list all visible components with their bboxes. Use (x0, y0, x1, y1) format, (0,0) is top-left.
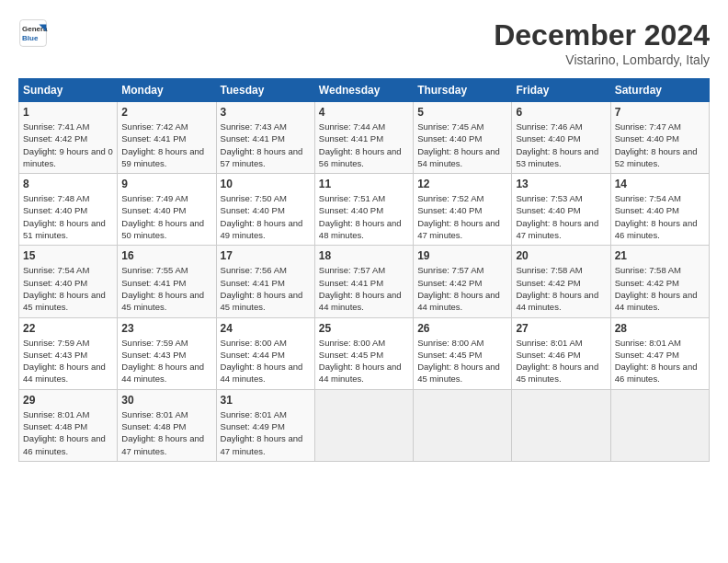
calendar-cell: 12Sunrise: 7:52 AMSunset: 4:40 PMDayligh… (414, 174, 512, 246)
calendar-cell: 7Sunrise: 7:47 AMSunset: 4:40 PMDaylight… (610, 102, 709, 174)
cell-content: Sunrise: 7:46 AMSunset: 4:40 PMDaylight:… (516, 121, 606, 169)
cell-content: Sunrise: 7:59 AMSunset: 4:43 PMDaylight:… (121, 337, 211, 385)
calendar-week-4: 22Sunrise: 7:59 AMSunset: 4:43 PMDayligh… (19, 317, 710, 389)
calendar-cell: 31Sunrise: 8:01 AMSunset: 4:49 PMDayligh… (216, 389, 314, 461)
month-title: December 2024 (494, 18, 710, 52)
calendar-header-row: SundayMondayTuesdayWednesdayThursdayFrid… (19, 79, 710, 102)
calendar-week-2: 8Sunrise: 7:48 AMSunset: 4:40 PMDaylight… (19, 174, 710, 246)
cell-content: Sunrise: 7:58 AMSunset: 4:42 PMDaylight:… (516, 264, 606, 313)
day-number: 19 (417, 249, 507, 262)
calendar-cell: 15Sunrise: 7:54 AMSunset: 4:40 PMDayligh… (19, 246, 118, 317)
calendar-cell: 26Sunrise: 8:00 AMSunset: 4:45 PMDayligh… (414, 317, 512, 389)
cell-content: Sunrise: 7:57 AMSunset: 4:41 PMDaylight:… (319, 264, 409, 313)
calendar-cell: 1Sunrise: 7:41 AMSunset: 4:42 PMDaylight… (19, 102, 118, 174)
day-number: 21 (615, 249, 705, 262)
cell-content: Sunrise: 7:41 AMSunset: 4:42 PMDaylight:… (23, 121, 113, 169)
day-number: 9 (121, 178, 211, 190)
location: Vistarino, Lombardy, Italy (494, 52, 710, 67)
day-number: 27 (516, 322, 606, 335)
calendar-cell: 11Sunrise: 7:51 AMSunset: 4:40 PMDayligh… (314, 174, 413, 246)
cell-content: Sunrise: 7:50 AMSunset: 4:40 PMDaylight:… (221, 192, 311, 241)
cell-content: Sunrise: 7:44 AMSunset: 4:41 PMDaylight:… (319, 121, 409, 169)
day-number: 14 (615, 178, 705, 190)
day-number: 6 (516, 106, 606, 119)
calendar-cell: 8Sunrise: 7:48 AMSunset: 4:40 PMDaylight… (19, 174, 118, 246)
cell-content: Sunrise: 7:49 AMSunset: 4:40 PMDaylight:… (121, 192, 211, 241)
day-number: 24 (221, 322, 311, 335)
cell-content: Sunrise: 7:52 AMSunset: 4:40 PMDaylight:… (417, 192, 507, 241)
calendar-cell: 30Sunrise: 8:01 AMSunset: 4:48 PMDayligh… (118, 389, 216, 461)
cell-content: Sunrise: 8:01 AMSunset: 4:48 PMDaylight:… (121, 408, 211, 457)
calendar-cell: 6Sunrise: 7:46 AMSunset: 4:40 PMDaylight… (512, 102, 610, 174)
header-day-sunday: Sunday (19, 79, 118, 102)
calendar-cell: 9Sunrise: 7:49 AMSunset: 4:40 PMDaylight… (118, 174, 216, 246)
day-number: 3 (221, 106, 311, 119)
day-number: 4 (319, 106, 409, 119)
day-number: 13 (516, 178, 606, 190)
calendar-cell: 27Sunrise: 8:01 AMSunset: 4:46 PMDayligh… (512, 317, 610, 389)
calendar-cell (414, 389, 512, 461)
calendar-cell (314, 389, 413, 461)
calendar-cell: 20Sunrise: 7:58 AMSunset: 4:42 PMDayligh… (512, 246, 610, 317)
calendar-cell: 13Sunrise: 7:53 AMSunset: 4:40 PMDayligh… (512, 174, 610, 246)
header-day-saturday: Saturday (610, 79, 709, 102)
day-number: 28 (615, 322, 705, 335)
header-day-tuesday: Tuesday (216, 79, 314, 102)
calendar-cell: 28Sunrise: 8:01 AMSunset: 4:47 PMDayligh… (610, 317, 709, 389)
cell-content: Sunrise: 7:51 AMSunset: 4:40 PMDaylight:… (319, 192, 409, 241)
day-number: 1 (23, 106, 113, 119)
cell-content: Sunrise: 7:54 AMSunset: 4:40 PMDaylight:… (615, 192, 705, 241)
cell-content: Sunrise: 8:01 AMSunset: 4:47 PMDaylight:… (615, 337, 705, 385)
cell-content: Sunrise: 8:01 AMSunset: 4:49 PMDaylight:… (221, 408, 311, 457)
calendar-week-3: 15Sunrise: 7:54 AMSunset: 4:40 PMDayligh… (19, 246, 710, 317)
day-number: 25 (319, 322, 409, 335)
cell-content: Sunrise: 7:45 AMSunset: 4:40 PMDaylight:… (417, 121, 507, 169)
calendar-cell: 18Sunrise: 7:57 AMSunset: 4:41 PMDayligh… (314, 246, 413, 317)
cell-content: Sunrise: 7:54 AMSunset: 4:40 PMDaylight:… (23, 264, 113, 313)
day-number: 8 (23, 178, 113, 190)
day-number: 16 (121, 249, 211, 262)
cell-content: Sunrise: 7:55 AMSunset: 4:41 PMDaylight:… (121, 264, 211, 313)
day-number: 20 (516, 249, 606, 262)
day-number: 7 (615, 106, 705, 119)
calendar-cell: 23Sunrise: 7:59 AMSunset: 4:43 PMDayligh… (118, 317, 216, 389)
day-number: 17 (221, 249, 311, 262)
header-day-monday: Monday (118, 79, 216, 102)
cell-content: Sunrise: 8:00 AMSunset: 4:45 PMDaylight:… (417, 337, 507, 385)
calendar-cell: 22Sunrise: 7:59 AMSunset: 4:43 PMDayligh… (19, 317, 118, 389)
calendar-cell: 16Sunrise: 7:55 AMSunset: 4:41 PMDayligh… (118, 246, 216, 317)
calendar-week-5: 29Sunrise: 8:01 AMSunset: 4:48 PMDayligh… (19, 389, 710, 461)
calendar-cell: 21Sunrise: 7:58 AMSunset: 4:42 PMDayligh… (610, 246, 709, 317)
calendar-cell: 4Sunrise: 7:44 AMSunset: 4:41 PMDaylight… (314, 102, 413, 174)
day-number: 12 (417, 178, 507, 190)
cell-content: Sunrise: 7:42 AMSunset: 4:41 PMDaylight:… (121, 121, 211, 169)
header-day-friday: Friday (512, 79, 610, 102)
cell-content: Sunrise: 7:53 AMSunset: 4:40 PMDaylight:… (516, 192, 606, 241)
cell-content: Sunrise: 7:58 AMSunset: 4:42 PMDaylight:… (615, 264, 705, 313)
calendar-cell: 25Sunrise: 8:00 AMSunset: 4:45 PMDayligh… (314, 317, 413, 389)
calendar-cell: 5Sunrise: 7:45 AMSunset: 4:40 PMDaylight… (414, 102, 512, 174)
day-number: 18 (319, 249, 409, 262)
calendar-table: SundayMondayTuesdayWednesdayThursdayFrid… (18, 78, 710, 462)
day-number: 26 (417, 322, 507, 335)
calendar-cell: 24Sunrise: 8:00 AMSunset: 4:44 PMDayligh… (216, 317, 314, 389)
cell-content: Sunrise: 7:47 AMSunset: 4:40 PMDaylight:… (615, 121, 705, 169)
calendar-cell: 3Sunrise: 7:43 AMSunset: 4:41 PMDaylight… (216, 102, 314, 174)
day-number: 30 (121, 394, 211, 407)
cell-content: Sunrise: 8:01 AMSunset: 4:48 PMDaylight:… (23, 408, 113, 457)
day-number: 15 (23, 249, 113, 262)
header-day-thursday: Thursday (414, 79, 512, 102)
cell-content: Sunrise: 7:43 AMSunset: 4:41 PMDaylight:… (221, 121, 311, 169)
svg-text:Blue: Blue (22, 34, 39, 42)
cell-content: Sunrise: 7:57 AMSunset: 4:42 PMDaylight:… (417, 264, 507, 313)
calendar-week-1: 1Sunrise: 7:41 AMSunset: 4:42 PMDaylight… (19, 102, 710, 174)
calendar-cell: 14Sunrise: 7:54 AMSunset: 4:40 PMDayligh… (610, 174, 709, 246)
day-number: 10 (221, 178, 311, 190)
calendar-body: 1Sunrise: 7:41 AMSunset: 4:42 PMDaylight… (19, 102, 710, 462)
logo-icon: General Blue (18, 18, 48, 48)
calendar-cell: 19Sunrise: 7:57 AMSunset: 4:42 PMDayligh… (414, 246, 512, 317)
cell-content: Sunrise: 8:00 AMSunset: 4:45 PMDaylight:… (319, 337, 409, 385)
cell-content: Sunrise: 7:48 AMSunset: 4:40 PMDaylight:… (23, 192, 113, 241)
day-number: 11 (319, 178, 409, 190)
calendar-cell (610, 389, 709, 461)
